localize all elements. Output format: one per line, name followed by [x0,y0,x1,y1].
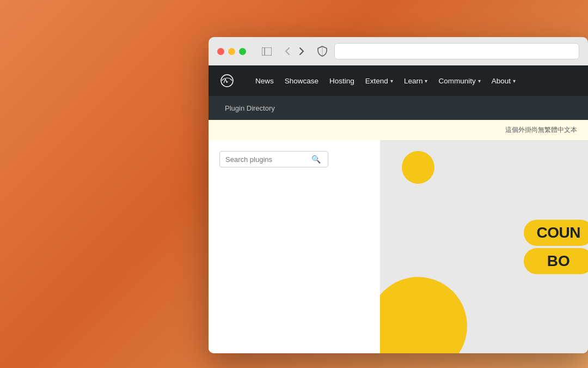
search-plugins-input[interactable] [225,155,307,164]
shield-icon [315,44,330,59]
nav-item-learn[interactable]: Learn ▾ [399,77,433,85]
banner-circle-large [380,277,467,353]
search-box[interactable]: 🔍 [219,151,328,167]
forward-button[interactable] [295,45,308,58]
wp-main-nav: News Showcase Hosting Extend ▾ Learn ▾ C… [209,65,588,96]
learn-chevron-icon: ▾ [425,78,427,84]
browser-content: News Showcase Hosting Extend ▾ Learn ▾ C… [209,65,588,353]
browser-window: News Showcase Hosting Extend ▾ Learn ▾ C… [209,37,588,353]
close-button[interactable] [217,48,224,55]
banner-text-block: COUN BO [524,220,588,274]
nav-item-news[interactable]: News [250,77,279,85]
traffic-lights [217,48,246,55]
notice-text: 這個外掛尚無繁體中文本 [505,126,577,134]
nav-item-showcase[interactable]: Showcase [279,77,324,85]
subnav-plugin-directory[interactable]: Plugin Directory [219,104,280,112]
main-content: 🔍 COUN BO [209,140,588,353]
wp-nav-links: News Showcase Hosting Extend ▾ Learn ▾ C… [250,77,521,85]
nav-item-extend[interactable]: Extend ▾ [360,77,399,85]
left-panel: 🔍 [209,140,380,353]
nav-arrows [281,45,308,58]
desktop-background: News Showcase Hosting Extend ▾ Learn ▾ C… [0,0,588,368]
wp-subnav: Plugin Directory [209,96,588,120]
community-chevron-icon: ▾ [478,78,481,84]
wp-logo[interactable] [219,73,235,88]
nav-item-about[interactable]: About ▾ [486,77,521,85]
banner-text-line2: BO [524,248,588,274]
sidebar-toggle-button[interactable] [259,45,274,57]
extend-chevron-icon: ▾ [390,78,393,84]
minimize-button[interactable] [228,48,235,55]
browser-controls [259,45,274,57]
address-bar-area [315,43,579,59]
nav-item-hosting[interactable]: Hosting [324,77,360,85]
svg-rect-0 [262,47,272,56]
address-bar[interactable] [334,43,579,59]
right-panel: COUN BO [380,140,588,353]
search-submit-icon[interactable]: 🔍 [311,155,321,164]
banner-circle-small [402,151,434,184]
nav-item-community[interactable]: Community ▾ [433,77,486,85]
banner-text-line1: COUN [524,220,588,246]
notice-bar: 這個外掛尚無繁體中文本 [209,120,588,140]
title-bar [209,37,588,65]
svg-point-2 [221,75,233,87]
plugin-banner: COUN BO [380,140,588,353]
back-button[interactable] [281,45,294,58]
about-chevron-icon: ▾ [513,78,516,84]
maximize-button[interactable] [239,48,246,55]
